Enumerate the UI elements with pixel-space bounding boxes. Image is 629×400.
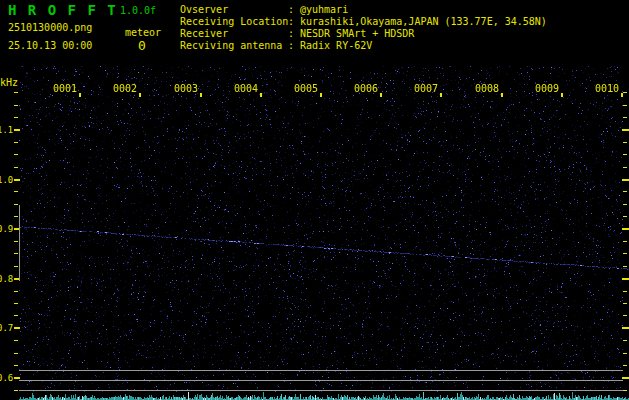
freq-minor-tick-left — [14, 353, 18, 354]
freq-major-tick-left — [14, 327, 20, 329]
version-label: 1.0.0f — [120, 5, 156, 16]
freq-minor-tick-right — [623, 105, 627, 106]
freq-minor-tick-left — [14, 266, 18, 267]
time-tick-label: 0001 — [47, 84, 77, 94]
info-colon: : — [288, 4, 294, 15]
time-tick-label: 0003 — [168, 84, 198, 94]
info-label-receiver: Receiver — [180, 28, 228, 39]
freq-tick-label: 0.7 — [0, 323, 13, 333]
freq-minor-tick-left — [14, 105, 18, 106]
freq-minor-tick-right — [623, 117, 627, 118]
time-tick-label: 0005 — [288, 84, 318, 94]
time-tick-mark — [561, 93, 563, 97]
freq-major-tick-right — [622, 228, 629, 230]
freq-major-tick-right — [622, 278, 629, 280]
reference-line-upper — [19, 370, 623, 371]
info-value-receiver: NESDR SMArt + HDSDR — [300, 28, 414, 39]
freq-minor-tick-left — [14, 117, 18, 118]
time-tick-mark — [380, 93, 382, 97]
time-tick-mark — [440, 93, 442, 97]
freq-minor-tick-left — [14, 315, 18, 316]
meteor-count-value: 0 — [138, 39, 146, 52]
freq-minor-tick-right — [623, 315, 627, 316]
freq-minor-tick-right — [623, 167, 627, 168]
freq-major-tick-right — [622, 377, 629, 379]
freq-minor-tick-right — [623, 92, 627, 93]
info-label-location: Receiving Location — [180, 16, 288, 27]
freq-major-tick-left — [14, 129, 20, 131]
freq-minor-tick-left — [14, 303, 18, 304]
time-tick-label: 0007 — [408, 84, 438, 94]
freq-minor-tick-left — [14, 241, 18, 242]
freq-minor-tick-right — [623, 241, 627, 242]
freq-minor-tick-left — [14, 92, 18, 93]
freq-minor-tick-left — [14, 390, 18, 391]
time-tick-label: 0002 — [107, 84, 137, 94]
freq-minor-tick-right — [623, 253, 627, 254]
info-value-antenna: Radix RY-62V — [300, 40, 372, 51]
freq-minor-tick-left — [14, 291, 18, 292]
freq-tick-label: 1.0 — [0, 175, 13, 185]
hrofft-screen: H R O F F T 1.0.0f 2510130000.png meteor… — [0, 0, 629, 400]
freq-minor-tick-right — [623, 142, 627, 143]
freq-minor-tick-right — [623, 303, 627, 304]
freq-minor-tick-left — [14, 142, 18, 143]
frequency-axis-unit-label: kHz — [0, 77, 18, 88]
freq-minor-tick-right — [623, 340, 627, 341]
freq-minor-tick-left — [14, 204, 18, 205]
reference-line-lower — [19, 390, 623, 391]
time-tick-label: 0009 — [529, 84, 559, 94]
freq-minor-tick-right — [623, 266, 627, 267]
freq-major-tick-right — [622, 179, 629, 181]
time-tick-mark — [320, 93, 322, 97]
freq-minor-tick-right — [623, 191, 627, 192]
freq-minor-tick-right — [623, 216, 627, 217]
freq-minor-tick-left — [14, 253, 18, 254]
freq-minor-tick-left — [14, 216, 18, 217]
freq-minor-tick-right — [623, 353, 627, 354]
info-colon: : — [288, 40, 294, 51]
freq-minor-tick-right — [623, 365, 627, 366]
freq-major-tick-left — [14, 179, 20, 181]
freq-tick-label: 0.8 — [0, 274, 13, 284]
info-label-observer: Ovserver — [180, 4, 228, 15]
freq-tick-label: 0.6 — [0, 373, 13, 383]
time-tick-mark — [79, 93, 81, 97]
freq-tick-label: 1.1 — [0, 125, 13, 135]
freq-minor-tick-left — [14, 191, 18, 192]
freq-minor-tick-left — [14, 340, 18, 341]
app-title: H R O F F T — [8, 3, 117, 17]
freq-minor-tick-right — [623, 204, 627, 205]
freq-major-tick-left — [14, 377, 20, 379]
time-tick-mark — [501, 93, 503, 97]
info-value-observer: @yuhmari — [300, 4, 348, 15]
time-tick-label: 0006 — [348, 84, 378, 94]
reference-line-middle — [19, 380, 623, 381]
info-colon: : — [288, 16, 294, 27]
time-tick-mark — [260, 93, 262, 97]
time-tick-label: 0008 — [469, 84, 499, 94]
info-label-antenna: Recviving antenna — [180, 40, 282, 51]
info-colon: : — [288, 28, 294, 39]
output-filename: 2510130000.png — [8, 22, 92, 33]
freq-minor-tick-right — [623, 390, 627, 391]
meteor-count-label: meteor — [125, 27, 161, 38]
freq-major-tick-right — [622, 129, 629, 131]
freq-minor-tick-left — [14, 154, 18, 155]
time-tick-mark — [139, 93, 141, 97]
observation-datetime: 25.10.13 00:00 — [8, 40, 92, 51]
echo-band-marker-line — [19, 205, 20, 281]
time-tick-label: 0004 — [228, 84, 258, 94]
time-tick-mark — [621, 93, 623, 97]
freq-minor-tick-right — [623, 291, 627, 292]
info-value-location: kurashiki,Okayama,JAPAN (133.77E, 34.58N… — [300, 16, 547, 27]
time-tick-mark — [200, 93, 202, 97]
spectrogram-canvas — [19, 66, 629, 400]
freq-minor-tick-right — [623, 154, 627, 155]
freq-tick-label: 0.9 — [0, 224, 13, 234]
time-tick-label: 0010 — [589, 84, 619, 94]
freq-minor-tick-left — [14, 365, 18, 366]
freq-major-tick-right — [622, 327, 629, 329]
freq-minor-tick-left — [14, 167, 18, 168]
